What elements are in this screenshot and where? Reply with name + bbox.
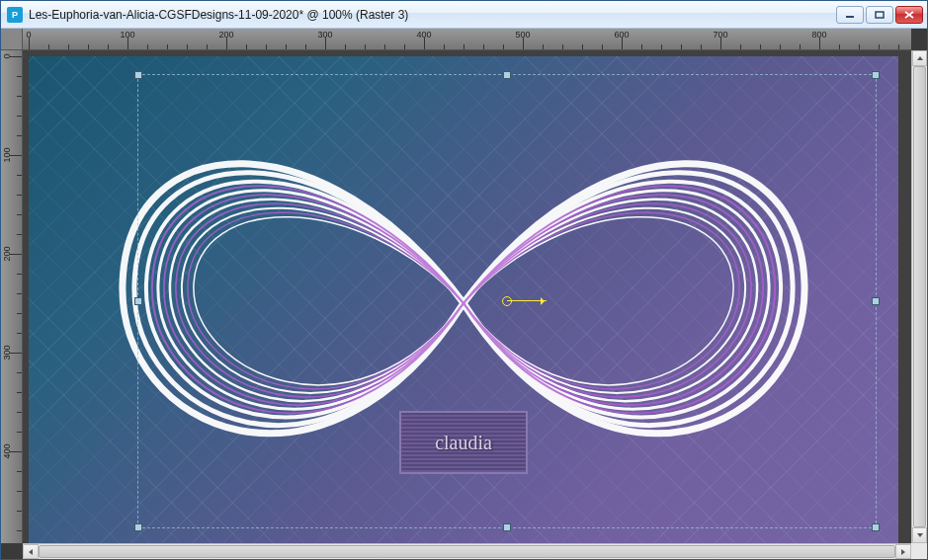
scroll-right-button[interactable]	[895, 544, 911, 559]
close-button[interactable]	[895, 6, 923, 24]
svg-rect-1	[876, 12, 884, 18]
titlebar[interactable]: P Les-Euphoria-van-Alicia-CGSFDesigns-11…	[1, 1, 927, 29]
minimize-button[interactable]	[836, 6, 864, 24]
ruler-horizontal[interactable]: 0100200300400500600700800	[23, 29, 911, 50]
scrollbar-vertical[interactable]	[911, 50, 927, 543]
canvas-viewport[interactable]: claudia	[23, 50, 911, 543]
maximize-button[interactable]	[866, 6, 893, 24]
window-title: Les-Euphoria-van-Alicia-CGSFDesigns-11-0…	[29, 8, 836, 22]
watermark-text: claudia	[435, 432, 492, 454]
workspace: 0100200300400500600700800 0100200300400	[1, 29, 927, 559]
app-icon: P	[7, 7, 23, 23]
scrollbar-horizontal[interactable]	[23, 543, 911, 559]
svg-marker-4	[917, 56, 923, 60]
scroll-down-button[interactable]	[912, 527, 927, 543]
canvas[interactable]: claudia	[29, 56, 898, 543]
window-controls	[836, 6, 923, 24]
svg-marker-7	[901, 549, 905, 555]
svg-marker-6	[29, 549, 33, 555]
scroll-thumb-horizontal[interactable]	[39, 545, 895, 558]
ruler-corner[interactable]	[1, 29, 23, 50]
app-window: P Les-Euphoria-van-Alicia-CGSFDesigns-11…	[0, 0, 928, 560]
svg-marker-5	[917, 533, 923, 537]
scroll-left-button[interactable]	[23, 544, 39, 559]
scroll-corner	[911, 543, 927, 559]
app-icon-glyph: P	[12, 10, 18, 20]
scroll-up-button[interactable]	[912, 50, 927, 66]
scroll-thumb-vertical[interactable]	[913, 66, 926, 527]
watermark-badge: claudia	[399, 411, 528, 474]
ruler-vertical[interactable]: 0100200300400	[1, 50, 23, 543]
